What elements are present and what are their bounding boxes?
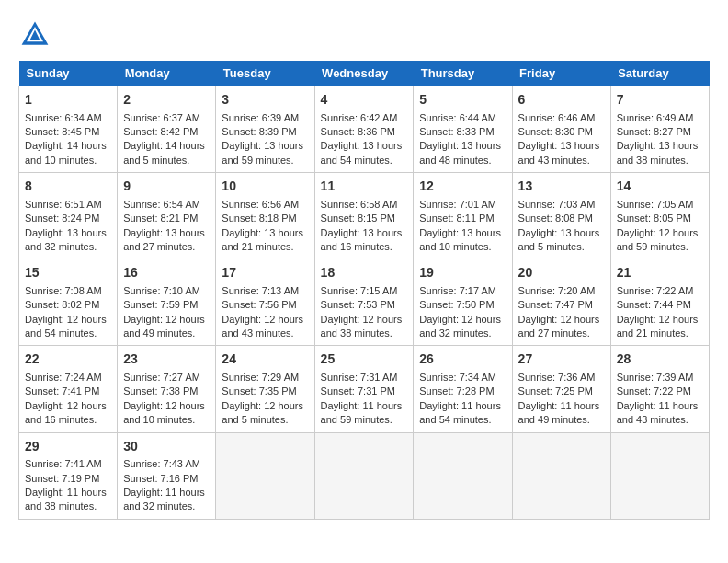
calendar-day: 10Sunrise: 6:56 AMSunset: 8:18 PMDayligh… — [216, 173, 314, 259]
daylight-label: Daylight: 14 hours and 10 minutes. — [25, 140, 107, 165]
weekday-header-monday: Monday — [118, 61, 216, 86]
sunrise-label: Sunrise: 7:31 AM — [321, 372, 398, 383]
day-number: 16 — [123, 264, 210, 282]
sunset-label: Sunset: 7:19 PM — [25, 473, 99, 484]
sunrise-label: Sunrise: 6:54 AM — [123, 199, 200, 210]
weekday-header-sunday: Sunday — [19, 61, 118, 86]
day-number: 3 — [222, 91, 308, 109]
sunset-label: Sunset: 8:36 PM — [321, 126, 395, 137]
calendar-table: SundayMondayTuesdayWednesdayThursdayFrid… — [18, 61, 710, 520]
daylight-label: Daylight: 13 hours and 27 minutes. — [123, 227, 205, 252]
sunrise-label: Sunrise: 7:20 AM — [518, 285, 596, 296]
day-number: 30 — [123, 438, 210, 456]
sunrise-label: Sunrise: 7:36 AM — [518, 372, 596, 383]
daylight-label: Daylight: 12 hours and 16 minutes. — [25, 400, 107, 425]
calendar-day: 21Sunrise: 7:22 AMSunset: 7:44 PMDayligh… — [610, 259, 709, 346]
day-number: 19 — [419, 264, 506, 282]
calendar-day: 7Sunrise: 6:49 AMSunset: 8:27 PMDaylight… — [610, 86, 709, 173]
sunset-label: Sunset: 8:30 PM — [518, 126, 593, 137]
sunrise-label: Sunrise: 6:39 AM — [222, 112, 299, 123]
sunset-label: Sunset: 8:15 PM — [321, 213, 395, 224]
sunset-label: Sunset: 8:02 PM — [25, 299, 99, 310]
calendar-day — [314, 432, 414, 519]
calendar-day: 27Sunrise: 7:36 AMSunset: 7:25 PMDayligh… — [512, 346, 610, 432]
day-number: 10 — [222, 178, 308, 196]
sunrise-label: Sunrise: 7:41 AM — [25, 458, 102, 469]
calendar-body: 1Sunrise: 6:34 AMSunset: 8:45 PMDaylight… — [19, 86, 710, 520]
sunrise-label: Sunrise: 6:34 AM — [25, 112, 102, 123]
logo-icon — [18, 18, 51, 52]
page-header — [18, 18, 710, 52]
sunset-label: Sunset: 8:05 PM — [617, 213, 691, 224]
sunrise-label: Sunrise: 6:37 AM — [123, 112, 200, 123]
daylight-label: Daylight: 12 hours and 54 minutes. — [25, 314, 107, 339]
sunset-label: Sunset: 7:25 PM — [518, 385, 593, 396]
weekday-header-wednesday: Wednesday — [314, 61, 414, 86]
day-number: 15 — [25, 264, 111, 282]
day-number: 6 — [518, 91, 605, 109]
calendar-week-3: 15Sunrise: 7:08 AMSunset: 8:02 PMDayligh… — [19, 259, 710, 346]
calendar-header: SundayMondayTuesdayWednesdayThursdayFrid… — [19, 61, 710, 86]
day-number: 17 — [222, 264, 308, 282]
sunset-label: Sunset: 8:45 PM — [25, 126, 99, 137]
day-number: 22 — [25, 350, 111, 369]
sunset-label: Sunset: 8:21 PM — [123, 213, 198, 224]
daylight-label: Daylight: 12 hours and 43 minutes. — [222, 314, 303, 339]
daylight-label: Daylight: 12 hours and 27 minutes. — [518, 314, 600, 339]
calendar-day: 18Sunrise: 7:15 AMSunset: 7:53 PMDayligh… — [314, 259, 414, 346]
calendar-day: 19Sunrise: 7:17 AMSunset: 7:50 PMDayligh… — [414, 259, 512, 346]
calendar-day — [414, 432, 512, 519]
calendar-day: 29Sunrise: 7:41 AMSunset: 7:19 PMDayligh… — [19, 432, 118, 519]
sunset-label: Sunset: 7:38 PM — [123, 385, 198, 396]
daylight-label: Daylight: 14 hours and 5 minutes. — [123, 140, 205, 165]
daylight-label: Daylight: 13 hours and 32 minutes. — [25, 227, 107, 252]
daylight-label: Daylight: 13 hours and 48 minutes. — [419, 140, 501, 165]
day-number: 5 — [419, 91, 506, 109]
sunrise-label: Sunrise: 6:56 AM — [222, 199, 299, 210]
sunrise-label: Sunrise: 6:42 AM — [321, 112, 398, 123]
calendar-day: 4Sunrise: 6:42 AMSunset: 8:36 PMDaylight… — [314, 86, 414, 173]
sunrise-label: Sunrise: 6:46 AM — [518, 112, 596, 123]
daylight-label: Daylight: 13 hours and 21 minutes. — [222, 227, 303, 252]
sunset-label: Sunset: 7:44 PM — [617, 299, 691, 310]
sunrise-label: Sunrise: 7:27 AM — [123, 372, 200, 383]
daylight-label: Daylight: 12 hours and 10 minutes. — [123, 400, 205, 425]
weekday-header-friday: Friday — [512, 61, 610, 86]
calendar-day: 9Sunrise: 6:54 AMSunset: 8:21 PMDaylight… — [118, 173, 216, 259]
daylight-label: Daylight: 13 hours and 43 minutes. — [518, 140, 600, 165]
sunrise-label: Sunrise: 6:58 AM — [321, 199, 398, 210]
day-number: 18 — [321, 264, 408, 282]
calendar-week-2: 8Sunrise: 6:51 AMSunset: 8:24 PMDaylight… — [19, 173, 710, 259]
daylight-label: Daylight: 11 hours and 38 minutes. — [25, 487, 107, 511]
sunrise-label: Sunrise: 7:34 AM — [419, 372, 496, 383]
weekday-header-saturday: Saturday — [610, 61, 709, 86]
daylight-label: Daylight: 13 hours and 16 minutes. — [321, 227, 403, 252]
calendar-day: 24Sunrise: 7:29 AMSunset: 7:35 PMDayligh… — [216, 346, 314, 432]
daylight-label: Daylight: 13 hours and 59 minutes. — [222, 140, 303, 165]
calendar-week-1: 1Sunrise: 6:34 AMSunset: 8:45 PMDaylight… — [19, 86, 710, 173]
sunset-label: Sunset: 7:31 PM — [321, 385, 395, 396]
sunrise-label: Sunrise: 7:01 AM — [419, 199, 496, 210]
daylight-label: Daylight: 12 hours and 5 minutes. — [222, 400, 303, 425]
sunset-label: Sunset: 8:42 PM — [123, 126, 198, 137]
weekday-header-thursday: Thursday — [414, 61, 512, 86]
calendar-day: 23Sunrise: 7:27 AMSunset: 7:38 PMDayligh… — [118, 346, 216, 432]
sunset-label: Sunset: 8:27 PM — [617, 126, 691, 137]
day-number: 27 — [518, 350, 605, 369]
daylight-label: Daylight: 12 hours and 59 minutes. — [617, 227, 699, 252]
sunrise-label: Sunrise: 7:24 AM — [25, 372, 102, 383]
sunset-label: Sunset: 8:39 PM — [222, 126, 296, 137]
calendar-day: 3Sunrise: 6:39 AMSunset: 8:39 PMDaylight… — [216, 86, 314, 173]
daylight-label: Daylight: 12 hours and 49 minutes. — [123, 314, 205, 339]
calendar-day: 5Sunrise: 6:44 AMSunset: 8:33 PMDaylight… — [414, 86, 512, 173]
sunset-label: Sunset: 7:47 PM — [518, 299, 593, 310]
day-number: 2 — [123, 91, 210, 109]
day-number: 8 — [25, 178, 111, 196]
sunset-label: Sunset: 7:22 PM — [617, 385, 691, 396]
calendar-day: 15Sunrise: 7:08 AMSunset: 8:02 PMDayligh… — [19, 259, 118, 346]
calendar-week-4: 22Sunrise: 7:24 AMSunset: 7:41 PMDayligh… — [19, 346, 710, 432]
day-number: 20 — [518, 264, 605, 282]
day-number: 14 — [617, 178, 703, 196]
day-number: 25 — [321, 350, 408, 369]
daylight-label: Daylight: 13 hours and 38 minutes. — [617, 140, 699, 165]
